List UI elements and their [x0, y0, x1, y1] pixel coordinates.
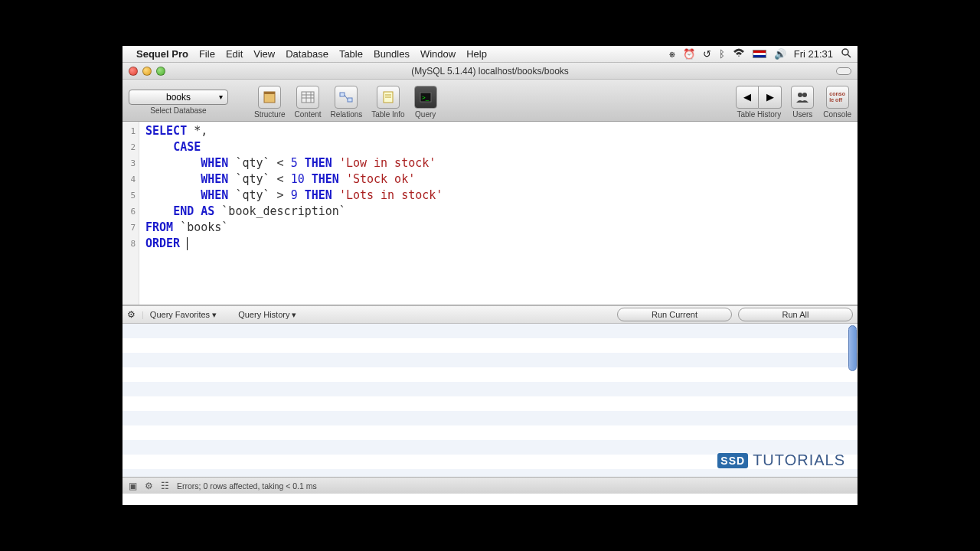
database-select[interactable]: books	[129, 90, 228, 105]
input-source-icon[interactable]	[753, 50, 766, 58]
menu-help[interactable]: Help	[466, 48, 487, 60]
svg-line-1	[848, 54, 851, 57]
results-pane: SSD TUTORIALS	[122, 324, 858, 477]
svg-rect-10	[348, 98, 352, 102]
spotlight-icon[interactable]	[841, 47, 851, 60]
users-button[interactable]	[791, 86, 814, 109]
database-select-label: Select Database	[150, 106, 206, 115]
content-button[interactable]	[296, 86, 319, 109]
query-settings-icon[interactable]: ⚙	[127, 309, 136, 320]
menu-bundles[interactable]: Bundles	[374, 48, 410, 60]
relations-button[interactable]	[335, 86, 358, 109]
menu-database[interactable]: Database	[286, 48, 328, 60]
history-back-button[interactable]: ◀	[736, 86, 759, 109]
status-text: Errors; 0 rows affected, taking < 0.1 ms	[177, 481, 317, 491]
timemachine-icon[interactable]: ↺	[703, 48, 711, 60]
menu-view[interactable]: View	[253, 48, 275, 60]
query-toolbar: ⚙ | Query Favorites Query History Run Cu…	[122, 305, 858, 324]
bluetooth-icon[interactable]: ᛒ	[719, 48, 725, 60]
svg-rect-3	[264, 92, 275, 94]
run-all-button[interactable]: Run All	[738, 308, 853, 321]
code-area[interactable]: SELECT *, CASE WHEN `qty` < 5 THEN 'Low …	[139, 122, 858, 305]
console-button[interactable]: console off	[826, 86, 849, 109]
svg-point-0	[842, 49, 848, 55]
window-title: (MySQL 5.1.44) localhost/books/books	[122, 66, 858, 77]
watermark: SSD TUTORIALS	[717, 452, 845, 469]
menu-window[interactable]: Window	[420, 48, 456, 60]
menubar: Sequel Pro File Edit View Database Table…	[122, 46, 858, 63]
pane-toggle-icon[interactable]: ▣	[129, 481, 137, 491]
app-menu[interactable]: Sequel Pro	[136, 48, 188, 60]
svg-rect-9	[340, 93, 345, 96]
svg-point-17	[802, 93, 807, 97]
menu-edit[interactable]: Edit	[226, 48, 243, 60]
menu-file[interactable]: File	[199, 48, 215, 60]
toolbar: books Select Database Structure Content …	[122, 80, 858, 122]
clock[interactable]: Fri 21:31	[794, 48, 833, 60]
line-gutter: 12345678	[122, 122, 139, 305]
window-titlebar: (MySQL 5.1.44) localhost/books/books	[122, 63, 858, 80]
query-favorites-dropdown[interactable]: Query Favorites	[150, 310, 217, 320]
wifi-icon[interactable]	[733, 48, 745, 60]
query-editor[interactable]: 12345678 SELECT *, CASE WHEN `qty` < 5 T…	[122, 122, 858, 305]
structure-button[interactable]	[258, 86, 281, 109]
svg-point-16	[798, 93, 802, 97]
tableinfo-button[interactable]	[377, 86, 400, 109]
svg-rect-4	[302, 92, 314, 103]
dropbox-icon[interactable]: ⎈	[669, 48, 675, 60]
run-current-button[interactable]: Run Current	[617, 308, 732, 321]
status-table-icon[interactable]: ☷	[161, 481, 169, 491]
menu-table[interactable]: Table	[339, 48, 363, 60]
status-settings-icon[interactable]: ⚙	[145, 481, 153, 491]
history-forward-button[interactable]: ▶	[759, 86, 782, 109]
alarm-icon[interactable]: ⏰	[683, 48, 695, 60]
results-scrollbar[interactable]	[848, 325, 857, 371]
status-bar: ▣ ⚙ ☷ Errors; 0 rows affected, taking < …	[122, 477, 858, 494]
volume-icon[interactable]: 🔊	[774, 48, 786, 60]
svg-text:>_: >_	[422, 94, 430, 101]
query-history-dropdown[interactable]: Query History	[238, 310, 296, 320]
query-button[interactable]: >_	[414, 86, 437, 109]
